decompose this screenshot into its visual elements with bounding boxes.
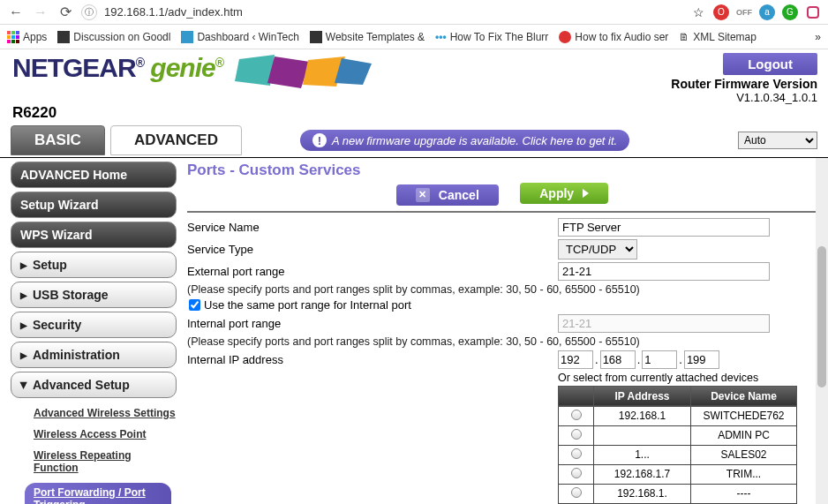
radio-select[interactable]: [571, 487, 582, 498]
advanced-setup-submenu: Advanced Wireless Settings Wireless Acce…: [11, 402, 177, 504]
bookmarks-bar: Apps Discussion on Goodl Dashboard ‹ Win…: [0, 25, 828, 49]
table-row: ADMIN PC: [559, 425, 797, 445]
browser-toolbar: ← → ⟳ ⓘ 192.168.1.1/adv_index.htm ☆ O OF…: [0, 0, 828, 25]
sb-label: USB Storage: [33, 288, 109, 302]
star-icon[interactable]: ☆: [690, 4, 706, 20]
sidebar-wps-wizard[interactable]: WPS Wizard: [11, 222, 177, 248]
sb-label: Security: [33, 318, 81, 332]
label-ext-range: External port range: [187, 265, 558, 278]
reload-icon[interactable]: ⟳: [56, 4, 74, 21]
model-label: R6220: [12, 104, 828, 122]
bookmark-item[interactable]: 🗎XML Sitemap: [679, 31, 756, 43]
label-int-range: Internal port range: [187, 317, 558, 330]
sidebar-administration[interactable]: ▶Administration: [11, 342, 177, 368]
sidebar-security[interactable]: ▶Security: [11, 312, 177, 338]
service-name-input[interactable]: [558, 218, 770, 237]
fw-label: Router Firmware Version: [671, 77, 817, 91]
back-icon[interactable]: ←: [7, 4, 25, 21]
cancel-button[interactable]: ✕Cancel: [396, 184, 499, 206]
sidebar-advanced-setup[interactable]: ▶Advanced Setup: [11, 372, 177, 398]
brand-genie: genie: [150, 53, 215, 82]
devices-table: IP AddressDevice Name 192.168.1SWITCHEDE…: [558, 386, 797, 505]
sb-label: Administration: [33, 348, 120, 362]
bookmark-item[interactable]: Website Templates &: [310, 31, 425, 43]
firmware-upgrade-banner[interactable]: !A new firmware upgrade is available. Cl…: [300, 130, 629, 151]
label-same-port: Use the same port range for Internal por…: [204, 298, 411, 312]
fw-msg-text: A new firmware upgrade is available. Cli…: [332, 134, 617, 147]
sb-label: Advanced Setup: [33, 378, 130, 392]
logout-button[interactable]: Logout: [723, 53, 817, 75]
chevron-right-icon: ▶: [20, 350, 27, 360]
service-type-select[interactable]: TCP/UDP: [558, 239, 637, 260]
table-row: 1...SALES02: [559, 445, 797, 464]
off-icon[interactable]: OFF: [736, 4, 752, 20]
cell-ip: 192.168.1.: [594, 484, 691, 503]
tab-advanced[interactable]: ADVANCED: [110, 125, 242, 155]
ip-octet-3[interactable]: [642, 350, 677, 369]
sb-label: Setup: [33, 258, 67, 272]
same-port-checkbox[interactable]: [189, 299, 200, 311]
language-select[interactable]: Auto: [738, 132, 817, 149]
sidebar-advanced-home[interactable]: ADVANCED Home: [11, 162, 177, 188]
chevron-right-icon: ▶: [20, 290, 27, 300]
apps-button[interactable]: Apps: [7, 31, 47, 43]
th-dev: Device Name: [691, 386, 797, 406]
bookmark-item[interactable]: Dashboard ‹ WinTech: [181, 31, 298, 43]
sidebar-setup[interactable]: ▶Setup: [11, 252, 177, 278]
radio-select[interactable]: [571, 448, 582, 459]
overflow-icon[interactable]: »: [815, 31, 821, 43]
or-select-label: Or select from currently attached device…: [558, 372, 817, 384]
cell-dev: ADMIN PC: [691, 425, 797, 445]
ext-range-input[interactable]: [558, 262, 770, 281]
radio-select[interactable]: [571, 410, 582, 420]
sub-wireless-repeating[interactable]: Wireless Repeating Function: [34, 449, 177, 474]
apply-button[interactable]: Apply: [520, 183, 608, 204]
bm-label: Website Templates &: [326, 31, 425, 43]
label-int-ip: Internal IP address: [187, 353, 558, 366]
info-icon[interactable]: ⓘ: [81, 4, 97, 20]
tab-basic[interactable]: BASIC: [11, 125, 105, 155]
sub-port-forwarding[interactable]: Port Forwarding / Port Triggering: [25, 483, 171, 504]
opera-icon[interactable]: O: [713, 4, 729, 20]
instagram-icon[interactable]: [805, 4, 821, 20]
sub-wireless-ap[interactable]: Wireless Access Point: [34, 428, 177, 440]
sidebar-usb-storage[interactable]: ▶USB Storage: [11, 282, 177, 308]
bookmark-item[interactable]: •••How To Fix The Blurr: [435, 31, 548, 43]
btn-label: Cancel: [439, 188, 479, 202]
th-ip: IP Address: [594, 386, 691, 406]
scrollbar[interactable]: [816, 158, 828, 504]
hint-ext: (Please specify ports and port ranges sp…: [187, 283, 817, 296]
bm-label: Discussion on Goodl: [73, 31, 170, 43]
ip-octet-2[interactable]: [600, 350, 636, 369]
int-range-input: [558, 314, 770, 333]
ip-octet-4[interactable]: [684, 350, 719, 369]
bm-label: How To Fix The Blurr: [450, 31, 549, 43]
bm-label: Apps: [23, 31, 47, 43]
ip-octet-1[interactable]: [558, 350, 593, 369]
forward-icon[interactable]: →: [32, 4, 49, 21]
ext-icon-2[interactable]: G: [782, 4, 798, 20]
radio-select[interactable]: [571, 468, 582, 478]
bookmark-item[interactable]: Discussion on Goodl: [57, 31, 170, 43]
cell-ip: 1...: [594, 445, 691, 464]
sub-adv-wireless[interactable]: Advanced Wireless Settings: [34, 407, 177, 419]
sidebar-setup-wizard[interactable]: Setup Wizard: [11, 192, 177, 218]
ext-icon-1[interactable]: a: [759, 4, 775, 20]
cell-dev: ----: [691, 484, 797, 503]
cell-dev: TRIM...: [691, 464, 797, 484]
content-pane: Ports - Custom Services ✕Cancel Apply Se…: [182, 158, 828, 504]
page-title: Ports - Custom Services: [187, 162, 817, 179]
main-tabs: BASIC ADVANCED !A new firmware upgrade i…: [0, 122, 828, 158]
chevron-right-icon: ▶: [20, 320, 27, 330]
chevron-down-icon: ▶: [19, 381, 29, 388]
radio-select[interactable]: [571, 429, 582, 440]
bm-label: XML Sitemap: [693, 31, 756, 43]
table-row: 192.168.1.----: [559, 484, 797, 503]
cell-ip: 192.168.1: [594, 406, 691, 425]
label-service-type: Service Type: [187, 243, 558, 256]
bookmark-item[interactable]: How to fix Audio ser: [559, 31, 668, 43]
scroll-thumb[interactable]: [817, 246, 826, 387]
table-row: 192.168.1SWITCHEDE762: [559, 406, 797, 425]
brand-net: NETGEAR: [12, 53, 136, 82]
url-text[interactable]: 192.168.1.1/adv_index.htm: [104, 5, 683, 19]
